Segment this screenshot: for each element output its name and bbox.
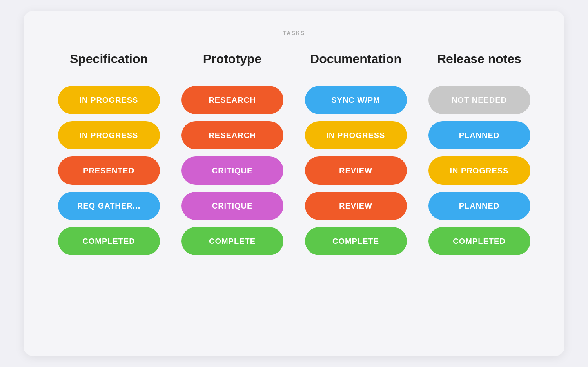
badge-prototype-3[interactable]: CRITIQUE — [181, 192, 283, 220]
badge-specification-3[interactable]: REQ GATHER... — [58, 192, 160, 220]
badge-release-notes-0[interactable]: NOT NEEDED — [428, 86, 530, 114]
tasks-grid: SpecificationIN PROGRESSIN PROGRESSPRESE… — [47, 52, 541, 255]
column-prototype: PrototypeRESEARCHRESEARCHCRITIQUECRITIQU… — [171, 52, 294, 255]
badge-prototype-4[interactable]: COMPLETE — [181, 227, 283, 255]
column-header-prototype: Prototype — [171, 52, 294, 86]
badge-documentation-0[interactable]: SYNC W/PM — [305, 86, 407, 114]
badge-documentation-1[interactable]: IN PROGRESS — [305, 121, 407, 149]
column-release-notes: Release notesNOT NEEDEDPLANNEDIN PROGRES… — [417, 52, 541, 255]
badge-documentation-3[interactable]: REVIEW — [305, 192, 407, 220]
badge-prototype-0[interactable]: RESEARCH — [181, 86, 283, 114]
column-specification: SpecificationIN PROGRESSIN PROGRESSPRESE… — [47, 52, 171, 255]
badge-specification-2[interactable]: PRESENTED — [58, 156, 160, 185]
badge-release-notes-4[interactable]: COMPLETED — [428, 227, 530, 255]
badge-specification-1[interactable]: IN PROGRESS — [58, 121, 160, 149]
column-header-documentation: Documentation — [294, 52, 417, 86]
badge-documentation-2[interactable]: REVIEW — [305, 156, 407, 185]
main-card: TASKS SpecificationIN PROGRESSIN PROGRES… — [24, 11, 564, 356]
badge-prototype-1[interactable]: RESEARCH — [181, 121, 283, 149]
column-cells-prototype: RESEARCHRESEARCHCRITIQUECRITIQUECOMPLETE — [171, 86, 294, 255]
column-cells-documentation: SYNC W/PMIN PROGRESSREVIEWREVIEWCOMPLETE — [294, 86, 417, 255]
badge-specification-4[interactable]: COMPLETED — [58, 227, 160, 255]
badge-release-notes-2[interactable]: IN PROGRESS — [428, 156, 530, 185]
column-header-release-notes: Release notes — [417, 52, 541, 86]
column-cells-specification: IN PROGRESSIN PROGRESSPRESENTEDREQ GATHE… — [47, 86, 171, 255]
badge-release-notes-1[interactable]: PLANNED — [428, 121, 530, 149]
column-documentation: DocumentationSYNC W/PMIN PROGRESSREVIEWR… — [294, 52, 417, 255]
badge-specification-0[interactable]: IN PROGRESS — [58, 86, 160, 114]
badge-documentation-4[interactable]: COMPLETE — [305, 227, 407, 255]
tasks-label: TASKS — [47, 30, 541, 36]
column-cells-release-notes: NOT NEEDEDPLANNEDIN PROGRESSPLANNEDCOMPL… — [417, 86, 541, 255]
badge-prototype-2[interactable]: CRITIQUE — [181, 156, 283, 185]
badge-release-notes-3[interactable]: PLANNED — [428, 192, 530, 220]
column-header-specification: Specification — [47, 52, 171, 86]
